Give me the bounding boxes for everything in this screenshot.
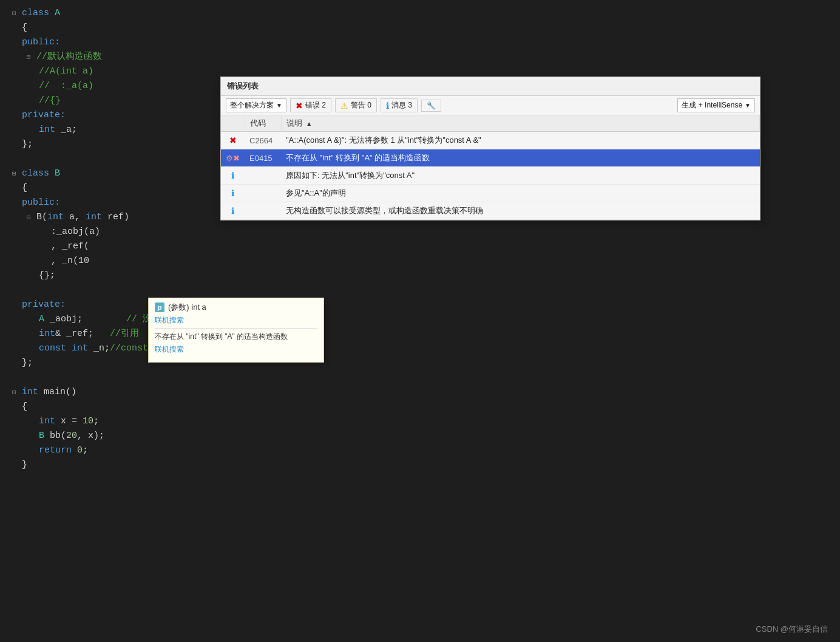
code-line: ⊟ //默认构造函数 [0,50,840,64]
error-row-selected[interactable]: ⚙✖ E0415 不存在从 "int" 转换到 "A" 的适当构造函数 [221,149,760,167]
spacer [12,198,19,209]
param-label: (参数) int a [168,302,206,313]
spacer [12,111,19,121]
tooltip-header: p (参数) int a [155,302,317,313]
filter-icon: 🔧 [427,101,436,110]
info-row[interactable]: ℹ 无构造函数可以接受源类型，或构造函数重载决策不明确 [221,202,760,220]
code-line: , _n(10 [0,254,840,268]
code-line: return 0; [0,443,840,458]
error-row[interactable]: ✖ C2664 "A::A(const A &)": 无法将参数 1 从"int… [221,132,760,149]
spacer [12,402,19,413]
info-row-icon: ℹ [231,171,234,180]
code-line: ⊟ class A [0,6,840,21]
chevron-down-icon-2: ▼ [745,102,751,109]
param-icon: p [155,302,164,312]
collapse-icon[interactable]: ⊟ [12,9,19,19]
info-desc: 参见"A::A"的声明 [281,185,760,202]
build-filter-dropdown[interactable]: 生成 + IntelliSense ▼ [677,98,755,112]
code-line: B bb(20, x); [0,429,840,443]
spacer [12,358,19,369]
error-code [245,167,281,185]
collapse-icon[interactable]: ⊟ [27,52,34,63]
spacer [12,183,19,194]
error-desc: 不存在从 "int" 转换到 "A" 的适当构造函数 [281,149,760,167]
code-line [0,371,840,385]
tooltip-error-text: 不存在从 "int" 转换到 "A" 的适当构造函数 [155,331,317,342]
code-line: {}; [0,268,840,283]
info-desc: 原因如下: 无法从"int"转换为"const A" [281,167,760,185]
info-icon: ℹ [386,101,389,111]
code-line: { [0,400,840,414]
info-row[interactable]: ℹ 参见"A::A"的声明 [221,185,760,202]
filter-toggle-button[interactable]: 🔧 [421,100,441,112]
col-header-icon [221,115,245,132]
error-code [245,202,281,220]
code-line: A _aobj; // 没有默认构造函数 [0,312,840,327]
error-table: 代码 说明 ▲ ✖ C2664 "A::A(const A &)": 无法将参数… [221,115,760,220]
spacer [12,460,19,471]
code-line: } [0,458,840,473]
collapse-icon[interactable]: ⊟ [12,388,19,398]
code-line [0,283,840,298]
spacer [12,140,19,151]
spacer [12,300,19,311]
error-code: E0415 [245,149,281,167]
info-row[interactable]: ℹ 原因如下: 无法从"int"转换为"const A" [221,167,760,185]
code-line: int x = 10; [0,414,840,429]
intellisense-tooltip: p (参数) int a 联机搜索 不存在从 "int" 转换到 "A" 的适当… [148,298,324,363]
tooltip-link-2[interactable]: 联机搜索 [155,344,317,355]
info-row-icon: ℹ [231,206,234,216]
spacer [12,38,19,49]
spacer [12,23,19,34]
warning-icon: ⚠ [340,101,348,111]
code-line: const int _n;//const [0,341,840,356]
error-desc: "A::A(const A &)": 无法将参数 1 从"int"转换为"con… [281,132,760,149]
error-row-icon: ✖ [229,135,237,145]
error-code [245,185,281,202]
error-icon: ✖ [296,101,303,111]
code-line: { [0,21,840,35]
error-panel-title: 错误列表 [221,77,760,96]
error-panel: 错误列表 整个解决方案 ▼ ✖ 错误 2 ⚠ 警告 0 ℹ 消息 3 🔧 生成 … [220,77,760,220]
info-desc: 无构造函数可以接受源类型，或构造函数重载决策不明确 [281,202,760,220]
code-line: int& _ref; //引用 [0,327,840,341]
code-line: ⊟ int main() [0,385,840,400]
filter-dropdown[interactable]: 整个解决方案 ▼ [226,98,286,112]
warning-filter-button[interactable]: ⚠ 警告 0 [335,98,377,112]
collapse-icon[interactable]: ⊟ [12,169,19,180]
code-line: }; [0,356,840,371]
intellisense-error-icon: ⚙✖ [226,154,240,163]
code-line: , _ref( [0,239,840,254]
code-line: public: [0,35,840,50]
code-line: :_aobj(a) [0,225,840,239]
error-panel-toolbar: 整个解决方案 ▼ ✖ 错误 2 ⚠ 警告 0 ℹ 消息 3 🔧 生成 + Int… [221,96,760,115]
info-row-icon: ℹ [231,188,234,198]
info-filter-button[interactable]: ℹ 消息 3 [381,98,418,112]
error-code: C2664 [245,132,281,149]
tooltip-divider [155,328,317,329]
collapse-icon[interactable]: ⊟ [27,213,34,224]
sort-arrow: ▲ [306,120,312,127]
col-header-code[interactable]: 代码 [245,115,281,132]
code-line: private: [0,298,840,312]
tooltip-link-1[interactable]: 联机搜索 [155,315,317,326]
watermark: CSDN @何淋妥自信 [756,624,828,635]
col-header-desc[interactable]: 说明 ▲ [281,115,760,132]
error-filter-button[interactable]: ✖ 错误 2 [290,98,331,112]
chevron-down-icon: ▼ [276,102,282,109]
